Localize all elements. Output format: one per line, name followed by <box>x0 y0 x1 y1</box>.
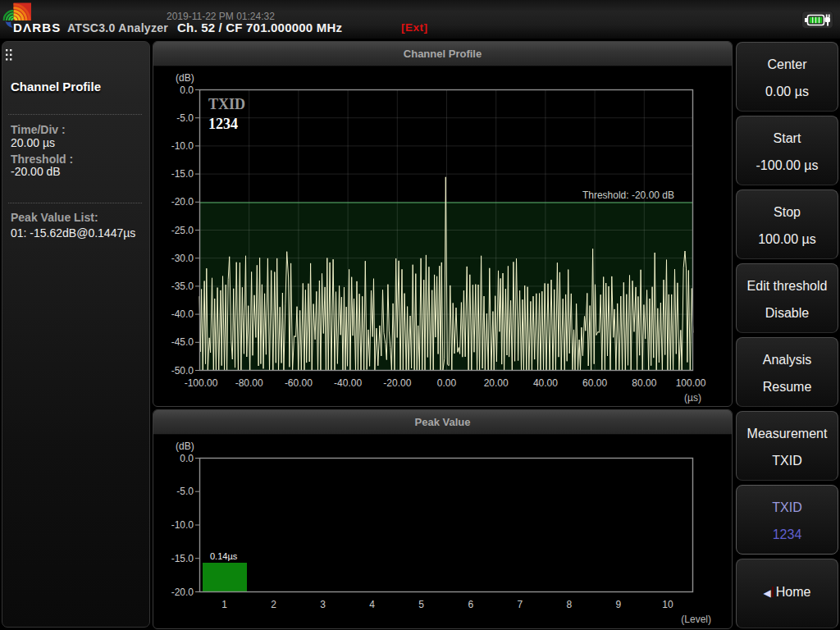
svg-text:-50.0: -50.0 <box>171 365 194 377</box>
svg-text:0.14µs: 0.14µs <box>210 551 238 561</box>
svg-text:-15.0: -15.0 <box>171 553 194 564</box>
svg-text:6: 6 <box>468 599 473 610</box>
svg-text:7: 7 <box>517 599 523 610</box>
svg-text:40.00: 40.00 <box>533 377 558 389</box>
svg-text:1: 1 <box>221 599 227 610</box>
svg-text:-10.0: -10.0 <box>171 140 194 152</box>
svg-text:-25.0: -25.0 <box>171 225 194 236</box>
svg-text:-40.00: -40.00 <box>334 377 362 389</box>
svg-text:-30.0: -30.0 <box>171 253 194 264</box>
svg-text:TXID: TXID <box>208 96 245 112</box>
svg-text:-80.00: -80.00 <box>235 377 263 389</box>
svg-text:3: 3 <box>320 599 326 610</box>
svg-text:0.0: 0.0 <box>180 84 194 96</box>
svg-text:0.0: 0.0 <box>180 453 194 464</box>
svg-text:-40.0: -40.0 <box>171 308 194 320</box>
svg-text:(dB): (dB) <box>176 441 194 452</box>
svg-text:8: 8 <box>567 599 573 610</box>
svg-text:9: 9 <box>616 599 622 610</box>
svg-text:5: 5 <box>418 599 424 610</box>
svg-text:4: 4 <box>369 599 375 610</box>
svg-text:60.00: 60.00 <box>582 377 607 389</box>
svg-text:Threshold: -20.00 dB: Threshold: -20.00 dB <box>582 189 674 201</box>
svg-text:-5.0: -5.0 <box>176 486 194 497</box>
svg-text:100.00: 100.00 <box>676 377 706 389</box>
svg-text:-60.00: -60.00 <box>285 377 313 389</box>
svg-text:80.00: 80.00 <box>632 377 656 389</box>
svg-text:2: 2 <box>271 599 276 610</box>
svg-text:-35.0: -35.0 <box>171 281 194 292</box>
svg-text:-100.00: -100.00 <box>185 377 218 389</box>
svg-text:-5.0: -5.0 <box>176 112 194 124</box>
svg-text:-20.0: -20.0 <box>171 587 194 598</box>
svg-text:(µs): (µs) <box>684 392 701 404</box>
svg-text:-20.0: -20.0 <box>171 196 194 208</box>
svg-text:(dB): (dB) <box>176 72 194 84</box>
svg-text:1234: 1234 <box>208 116 238 132</box>
svg-text:-10.0: -10.0 <box>171 519 194 531</box>
svg-text:-20.00: -20.00 <box>383 377 411 389</box>
svg-text:-15.0: -15.0 <box>171 168 194 180</box>
svg-text:20.00: 20.00 <box>484 377 509 389</box>
svg-text:10: 10 <box>662 599 673 610</box>
svg-text:0.00: 0.00 <box>437 377 457 389</box>
svg-text:(Level): (Level) <box>681 614 711 625</box>
svg-text:-45.0: -45.0 <box>171 336 194 348</box>
